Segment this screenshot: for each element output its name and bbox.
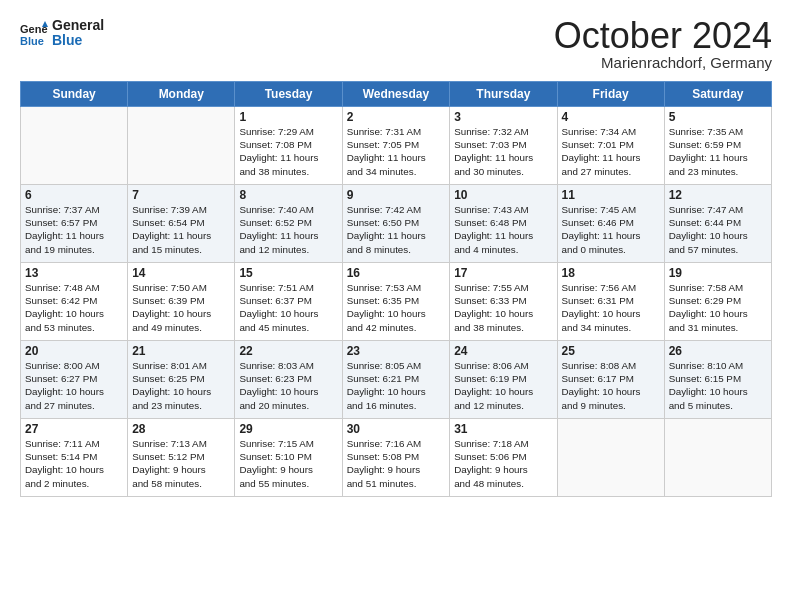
day-info: Sunrise: 7:31 AM Sunset: 7:05 PM Dayligh… <box>347 125 446 178</box>
day-info: Sunrise: 8:08 AM Sunset: 6:17 PM Dayligh… <box>562 359 660 412</box>
day-cell: 3Sunrise: 7:32 AM Sunset: 7:03 PM Daylig… <box>450 107 557 185</box>
day-number: 21 <box>132 344 230 358</box>
svg-text:Blue: Blue <box>20 35 44 47</box>
day-cell: 15Sunrise: 7:51 AM Sunset: 6:37 PM Dayli… <box>235 263 342 341</box>
logo-text: General Blue <box>52 18 104 49</box>
day-info: Sunrise: 7:15 AM Sunset: 5:10 PM Dayligh… <box>239 437 337 490</box>
day-info: Sunrise: 7:53 AM Sunset: 6:35 PM Dayligh… <box>347 281 446 334</box>
day-number: 3 <box>454 110 552 124</box>
day-number: 13 <box>25 266 123 280</box>
weekday-tuesday: Tuesday <box>235 82 342 107</box>
day-cell: 10Sunrise: 7:43 AM Sunset: 6:48 PM Dayli… <box>450 185 557 263</box>
day-number: 29 <box>239 422 337 436</box>
day-cell: 26Sunrise: 8:10 AM Sunset: 6:15 PM Dayli… <box>664 341 771 419</box>
calendar-table: SundayMondayTuesdayWednesdayThursdayFrid… <box>20 81 772 497</box>
week-row-1: 1Sunrise: 7:29 AM Sunset: 7:08 PM Daylig… <box>21 107 772 185</box>
day-info: Sunrise: 7:56 AM Sunset: 6:31 PM Dayligh… <box>562 281 660 334</box>
day-cell: 13Sunrise: 7:48 AM Sunset: 6:42 PM Dayli… <box>21 263 128 341</box>
day-info: Sunrise: 7:58 AM Sunset: 6:29 PM Dayligh… <box>669 281 767 334</box>
day-cell: 22Sunrise: 8:03 AM Sunset: 6:23 PM Dayli… <box>235 341 342 419</box>
day-info: Sunrise: 8:06 AM Sunset: 6:19 PM Dayligh… <box>454 359 552 412</box>
day-cell <box>128 107 235 185</box>
day-info: Sunrise: 7:39 AM Sunset: 6:54 PM Dayligh… <box>132 203 230 256</box>
day-info: Sunrise: 8:10 AM Sunset: 6:15 PM Dayligh… <box>669 359 767 412</box>
day-cell: 17Sunrise: 7:55 AM Sunset: 6:33 PM Dayli… <box>450 263 557 341</box>
day-info: Sunrise: 8:03 AM Sunset: 6:23 PM Dayligh… <box>239 359 337 412</box>
day-number: 18 <box>562 266 660 280</box>
day-number: 23 <box>347 344 446 358</box>
day-number: 27 <box>25 422 123 436</box>
day-cell: 27Sunrise: 7:11 AM Sunset: 5:14 PM Dayli… <box>21 419 128 497</box>
day-number: 31 <box>454 422 552 436</box>
day-info: Sunrise: 7:37 AM Sunset: 6:57 PM Dayligh… <box>25 203 123 256</box>
day-info: Sunrise: 7:18 AM Sunset: 5:06 PM Dayligh… <box>454 437 552 490</box>
month-title: October 2024 <box>554 18 772 54</box>
day-cell: 5Sunrise: 7:35 AM Sunset: 6:59 PM Daylig… <box>664 107 771 185</box>
day-cell: 1Sunrise: 7:29 AM Sunset: 7:08 PM Daylig… <box>235 107 342 185</box>
day-cell: 21Sunrise: 8:01 AM Sunset: 6:25 PM Dayli… <box>128 341 235 419</box>
page: General Blue General Blue October 2024 M… <box>0 0 792 507</box>
title-block: October 2024 Marienrachdorf, Germany <box>554 18 772 71</box>
day-number: 6 <box>25 188 123 202</box>
day-info: Sunrise: 7:32 AM Sunset: 7:03 PM Dayligh… <box>454 125 552 178</box>
day-cell: 4Sunrise: 7:34 AM Sunset: 7:01 PM Daylig… <box>557 107 664 185</box>
day-info: Sunrise: 7:50 AM Sunset: 6:39 PM Dayligh… <box>132 281 230 334</box>
logo: General Blue General Blue <box>20 18 104 49</box>
day-cell <box>21 107 128 185</box>
day-cell: 12Sunrise: 7:47 AM Sunset: 6:44 PM Dayli… <box>664 185 771 263</box>
weekday-thursday: Thursday <box>450 82 557 107</box>
day-number: 9 <box>347 188 446 202</box>
day-info: Sunrise: 7:16 AM Sunset: 5:08 PM Dayligh… <box>347 437 446 490</box>
day-cell: 23Sunrise: 8:05 AM Sunset: 6:21 PM Dayli… <box>342 341 450 419</box>
day-number: 30 <box>347 422 446 436</box>
day-cell: 29Sunrise: 7:15 AM Sunset: 5:10 PM Dayli… <box>235 419 342 497</box>
day-info: Sunrise: 7:34 AM Sunset: 7:01 PM Dayligh… <box>562 125 660 178</box>
weekday-wednesday: Wednesday <box>342 82 450 107</box>
day-info: Sunrise: 7:42 AM Sunset: 6:50 PM Dayligh… <box>347 203 446 256</box>
day-number: 15 <box>239 266 337 280</box>
day-cell: 30Sunrise: 7:16 AM Sunset: 5:08 PM Dayli… <box>342 419 450 497</box>
day-number: 28 <box>132 422 230 436</box>
day-number: 19 <box>669 266 767 280</box>
day-info: Sunrise: 7:47 AM Sunset: 6:44 PM Dayligh… <box>669 203 767 256</box>
day-number: 4 <box>562 110 660 124</box>
day-cell: 28Sunrise: 7:13 AM Sunset: 5:12 PM Dayli… <box>128 419 235 497</box>
day-cell: 9Sunrise: 7:42 AM Sunset: 6:50 PM Daylig… <box>342 185 450 263</box>
day-number: 8 <box>239 188 337 202</box>
day-number: 11 <box>562 188 660 202</box>
day-info: Sunrise: 8:01 AM Sunset: 6:25 PM Dayligh… <box>132 359 230 412</box>
day-info: Sunrise: 7:35 AM Sunset: 6:59 PM Dayligh… <box>669 125 767 178</box>
week-row-3: 13Sunrise: 7:48 AM Sunset: 6:42 PM Dayli… <box>21 263 772 341</box>
day-cell <box>664 419 771 497</box>
day-cell: 2Sunrise: 7:31 AM Sunset: 7:05 PM Daylig… <box>342 107 450 185</box>
day-number: 2 <box>347 110 446 124</box>
header: General Blue General Blue October 2024 M… <box>20 18 772 71</box>
day-info: Sunrise: 8:00 AM Sunset: 6:27 PM Dayligh… <box>25 359 123 412</box>
week-row-5: 27Sunrise: 7:11 AM Sunset: 5:14 PM Dayli… <box>21 419 772 497</box>
week-row-2: 6Sunrise: 7:37 AM Sunset: 6:57 PM Daylig… <box>21 185 772 263</box>
day-number: 5 <box>669 110 767 124</box>
day-cell: 11Sunrise: 7:45 AM Sunset: 6:46 PM Dayli… <box>557 185 664 263</box>
day-cell: 18Sunrise: 7:56 AM Sunset: 6:31 PM Dayli… <box>557 263 664 341</box>
weekday-saturday: Saturday <box>664 82 771 107</box>
day-cell: 7Sunrise: 7:39 AM Sunset: 6:54 PM Daylig… <box>128 185 235 263</box>
day-info: Sunrise: 7:55 AM Sunset: 6:33 PM Dayligh… <box>454 281 552 334</box>
day-cell: 19Sunrise: 7:58 AM Sunset: 6:29 PM Dayli… <box>664 263 771 341</box>
day-info: Sunrise: 7:40 AM Sunset: 6:52 PM Dayligh… <box>239 203 337 256</box>
day-cell: 24Sunrise: 8:06 AM Sunset: 6:19 PM Dayli… <box>450 341 557 419</box>
day-number: 16 <box>347 266 446 280</box>
day-info: Sunrise: 7:13 AM Sunset: 5:12 PM Dayligh… <box>132 437 230 490</box>
day-info: Sunrise: 7:43 AM Sunset: 6:48 PM Dayligh… <box>454 203 552 256</box>
day-info: Sunrise: 7:48 AM Sunset: 6:42 PM Dayligh… <box>25 281 123 334</box>
day-number: 1 <box>239 110 337 124</box>
day-info: Sunrise: 7:29 AM Sunset: 7:08 PM Dayligh… <box>239 125 337 178</box>
day-cell: 20Sunrise: 8:00 AM Sunset: 6:27 PM Dayli… <box>21 341 128 419</box>
day-number: 10 <box>454 188 552 202</box>
day-info: Sunrise: 7:11 AM Sunset: 5:14 PM Dayligh… <box>25 437 123 490</box>
day-cell: 16Sunrise: 7:53 AM Sunset: 6:35 PM Dayli… <box>342 263 450 341</box>
day-cell: 25Sunrise: 8:08 AM Sunset: 6:17 PM Dayli… <box>557 341 664 419</box>
day-cell: 6Sunrise: 7:37 AM Sunset: 6:57 PM Daylig… <box>21 185 128 263</box>
day-number: 20 <box>25 344 123 358</box>
day-number: 17 <box>454 266 552 280</box>
day-number: 24 <box>454 344 552 358</box>
